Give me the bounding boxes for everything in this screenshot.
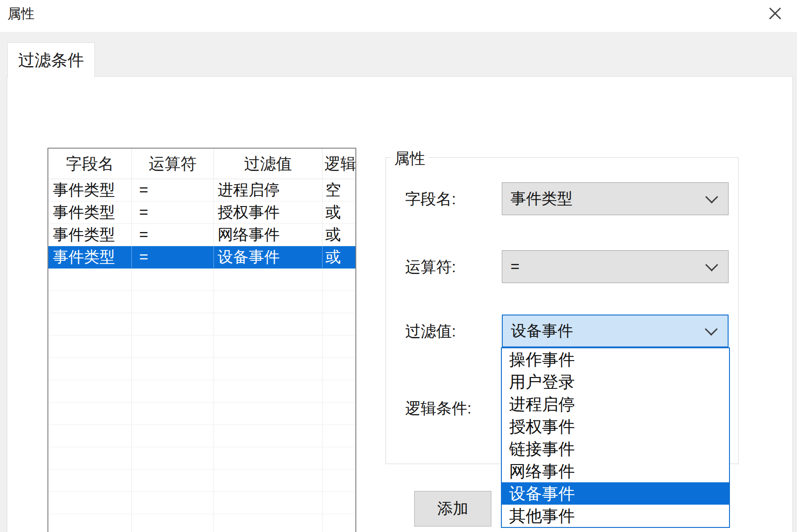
empty-table-row[interactable] <box>48 291 356 313</box>
field-name-combobox-value: 事件类型 <box>510 190 573 207</box>
table-cell: 进程启停 <box>214 179 323 201</box>
table-row[interactable]: 事件类型=授权事件或 <box>48 201 356 224</box>
table-cell: = <box>132 179 214 201</box>
table-cell: = <box>132 246 214 268</box>
empty-table-row[interactable] <box>48 492 356 514</box>
empty-table-row[interactable] <box>48 380 356 403</box>
operator-combobox-value: = <box>510 258 520 275</box>
table-cell: 或 <box>323 246 356 268</box>
table-cell: 事件类型 <box>48 201 132 223</box>
table-cell: 或 <box>323 224 356 246</box>
table-cell: 事件类型 <box>48 179 132 201</box>
close-icon <box>767 5 783 22</box>
field-name-combobox[interactable]: 事件类型 <box>502 182 729 215</box>
filter-value-combobox[interactable]: 设备事件 <box>502 315 729 347</box>
dropdown-option[interactable]: 链接事件 <box>502 438 729 460</box>
column-header[interactable]: 过滤值 <box>214 149 323 179</box>
tab-filter-conditions[interactable]: 过滤条件 <box>7 42 95 77</box>
chevron-down-icon <box>705 258 718 271</box>
title-bar: 属性 <box>0 0 797 32</box>
filter-value-dropdown-list: 操作事件用户登录进程启停授权事件链接事件网络事件设备事件其他事件 <box>501 347 730 528</box>
empty-table-row[interactable] <box>48 425 356 447</box>
empty-table-row[interactable] <box>48 269 356 291</box>
empty-table-row[interactable] <box>48 447 356 470</box>
empty-table-row[interactable] <box>48 403 356 425</box>
table-cell: 事件类型 <box>48 224 132 246</box>
table-cell: 设备事件 <box>214 246 323 268</box>
close-button[interactable] <box>765 4 786 24</box>
filter-value-label: 过滤值: <box>405 315 456 347</box>
column-header[interactable]: 运算符 <box>132 149 214 179</box>
table-row[interactable]: 事件类型=进程启停空 <box>48 179 356 201</box>
empty-table-row[interactable] <box>48 470 356 492</box>
add-button[interactable]: 添加 <box>414 491 491 527</box>
dropdown-option[interactable]: 用户登录 <box>502 371 729 393</box>
table-cell: 事件类型 <box>48 246 132 268</box>
column-header[interactable]: 逻辑条件 <box>323 149 356 179</box>
properties-groupbox-title: 属性 <box>391 148 429 169</box>
dropdown-option[interactable]: 其他事件 <box>502 505 729 527</box>
empty-table-row[interactable] <box>48 514 356 532</box>
window-title: 属性 <box>7 5 35 23</box>
chevron-down-icon <box>705 323 718 336</box>
table-cell: 授权事件 <box>214 201 323 223</box>
table-cell: 网络事件 <box>214 224 323 246</box>
table-cell: 或 <box>323 201 356 223</box>
table-cell: 空 <box>323 179 356 201</box>
filter-table: 字段名运算符过滤值逻辑条件 事件类型=进程启停空事件类型=授权事件或事件类型=网… <box>47 148 356 532</box>
filter-value-combobox-value: 设备事件 <box>511 322 573 339</box>
dropdown-option[interactable]: 操作事件 <box>502 348 729 371</box>
table-cell: = <box>132 224 214 246</box>
operator-label: 运算符: <box>405 250 456 283</box>
dropdown-option[interactable]: 授权事件 <box>502 415 729 438</box>
dropdown-option[interactable]: 网络事件 <box>502 460 729 482</box>
logic-condition-label: 逻辑条件: <box>405 392 471 424</box>
table-cell: = <box>132 201 214 223</box>
chevron-down-icon <box>705 191 718 203</box>
dropdown-option[interactable]: 设备事件 <box>502 482 729 505</box>
column-header[interactable]: 字段名 <box>48 149 132 179</box>
empty-table-row[interactable] <box>48 358 356 380</box>
filter-table-header: 字段名运算符过滤值逻辑条件 <box>48 149 356 179</box>
empty-table-row[interactable] <box>48 336 356 358</box>
field-name-label: 字段名: <box>405 182 456 215</box>
table-row[interactable]: 事件类型=设备事件或 <box>48 246 356 269</box>
operator-combobox[interactable]: = <box>502 250 729 283</box>
table-row[interactable]: 事件类型=网络事件或 <box>48 224 356 246</box>
empty-table-row[interactable] <box>48 313 356 336</box>
dropdown-option[interactable]: 进程启停 <box>502 393 729 415</box>
